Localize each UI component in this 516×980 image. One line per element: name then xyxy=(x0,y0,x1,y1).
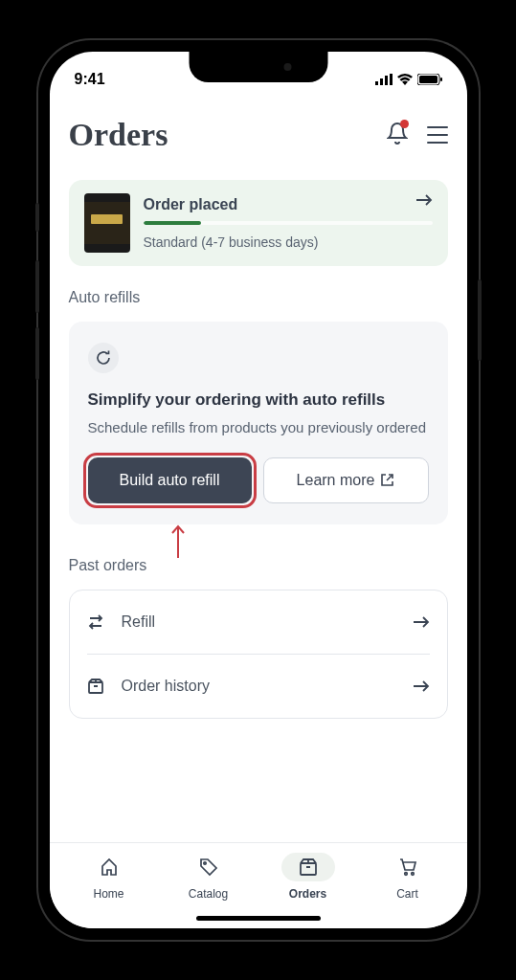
svg-point-22 xyxy=(404,873,407,876)
battery-icon xyxy=(417,74,442,85)
tab-cart[interactable]: Cart xyxy=(358,853,458,928)
arrow-up-annotation xyxy=(170,524,186,559)
auto-refill-card: Simplify your ordering with auto refills… xyxy=(69,322,448,524)
svg-rect-19 xyxy=(301,863,316,875)
home-indicator xyxy=(196,916,321,921)
svg-point-18 xyxy=(203,862,205,864)
tab-label: Home xyxy=(93,887,123,901)
order-status-label: Order placed xyxy=(144,196,433,213)
home-icon xyxy=(100,858,119,877)
cart-icon xyxy=(398,858,417,877)
product-thumbnail xyxy=(84,193,130,253)
side-button xyxy=(35,203,39,232)
refill-subtitle: Schedule refills from products you previ… xyxy=(88,417,429,438)
shipping-info: Standard (4-7 business days) xyxy=(144,234,433,250)
status-time: 9:41 xyxy=(75,71,105,88)
package-icon xyxy=(87,679,104,694)
side-button xyxy=(35,327,39,380)
progress-bar xyxy=(144,221,433,225)
phone-frame: 9:41 Orders O xyxy=(38,40,479,940)
page-header: Orders xyxy=(69,98,448,180)
notification-button[interactable] xyxy=(387,122,408,148)
tag-icon xyxy=(199,858,218,877)
refresh-icon xyxy=(96,350,111,366)
order-history-row[interactable]: Order history xyxy=(87,654,430,718)
build-auto-refill-button[interactable]: Build auto refill xyxy=(88,457,252,503)
refill-label: Refill xyxy=(122,613,395,631)
wifi-icon xyxy=(397,74,413,85)
svg-rect-2 xyxy=(385,76,388,85)
learn-more-label: Learn more xyxy=(297,472,375,489)
tab-home[interactable]: Home xyxy=(59,853,159,928)
package-icon xyxy=(299,858,318,876)
svg-point-23 xyxy=(411,873,414,876)
svg-rect-1 xyxy=(380,78,383,85)
external-link-icon xyxy=(380,473,394,487)
build-auto-refill-label: Build auto refill xyxy=(120,472,220,488)
tab-label: Orders xyxy=(289,887,326,901)
side-button xyxy=(478,279,482,361)
order-placed-card[interactable]: Order placed Standard (4-7 business days… xyxy=(69,180,448,266)
svg-rect-3 xyxy=(390,74,393,85)
signal-icon xyxy=(375,74,393,85)
svg-rect-0 xyxy=(375,81,378,85)
notch xyxy=(189,52,327,82)
tab-label: Cart xyxy=(396,887,418,901)
page-title: Orders xyxy=(69,117,168,153)
arrow-right-icon xyxy=(413,679,430,693)
arrow-right-icon xyxy=(413,615,430,629)
svg-rect-14 xyxy=(89,682,102,693)
refill-row[interactable]: Refill xyxy=(87,590,430,654)
screen: 9:41 Orders O xyxy=(50,52,467,928)
tab-label: Catalog xyxy=(189,887,228,901)
svg-line-11 xyxy=(387,475,393,480)
menu-icon[interactable] xyxy=(427,126,448,144)
refill-title: Simplify your ordering with auto refills xyxy=(88,390,429,410)
arrow-right-icon xyxy=(415,193,433,207)
side-button xyxy=(35,260,39,313)
learn-more-button[interactable]: Learn more xyxy=(263,457,429,503)
svg-rect-6 xyxy=(440,78,442,81)
swap-icon xyxy=(87,614,104,630)
svg-rect-5 xyxy=(419,76,437,83)
auto-refills-label: Auto refills xyxy=(69,289,448,306)
past-orders-label: Past orders xyxy=(69,557,448,574)
order-history-label: Order history xyxy=(122,678,395,695)
status-icons xyxy=(375,74,442,85)
notification-dot xyxy=(400,120,409,128)
refresh-icon-wrap xyxy=(88,343,119,373)
past-orders-card: Refill Order history xyxy=(69,590,448,719)
